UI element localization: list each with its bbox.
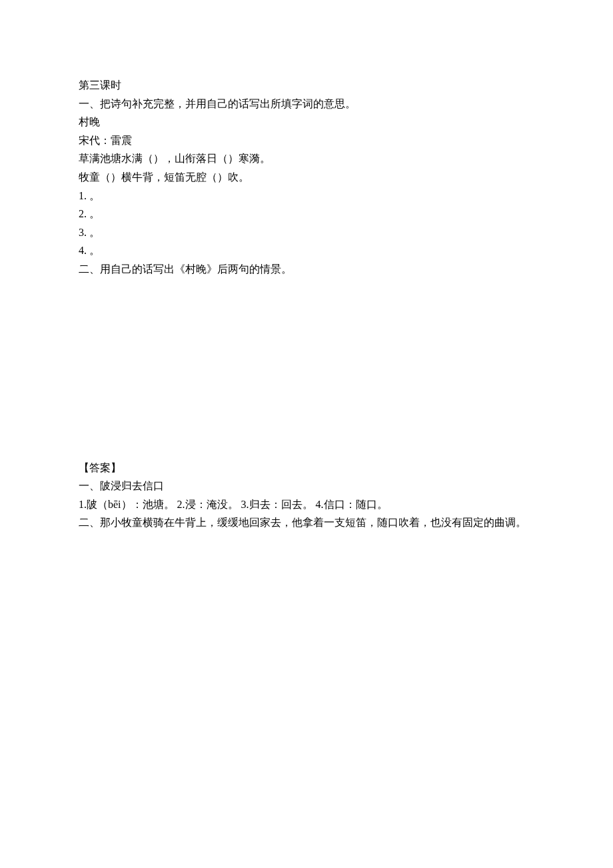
q1-item-1: 1. 。: [79, 187, 534, 205]
question-1-intro: 一、把诗句补充完整，并用自己的话写出所填字词的意思。: [79, 95, 534, 113]
answer-q1-main: 一、陂浸归去信口: [79, 477, 534, 495]
blank-space: [79, 279, 534, 459]
question-2-intro: 二、用自己的话写出《村晚》后两句的情景。: [79, 261, 534, 278]
answer-q1-detail: 1.陂（bēi）：池塘。 2.浸：淹没。 3.归去：回去。 4.信口：随口。: [79, 496, 534, 513]
q1-item-2: 2. 。: [79, 205, 534, 223]
answer-label: 【答案】: [79, 459, 534, 477]
poem-line-2: 牧童（）横牛背，短笛无腔（）吹。: [79, 169, 534, 186]
q1-item-3: 3. 。: [79, 224, 534, 241]
q1-item-4: 4. 。: [79, 242, 534, 259]
poem-title: 村晚: [79, 113, 534, 131]
lesson-heading: 第三课时: [79, 77, 534, 94]
poem-line-1: 草满池塘水满（），山衔落日（）寒漪。: [79, 150, 534, 167]
poem-author: 宋代：雷震: [79, 132, 534, 149]
answer-q2: 二、那小牧童横骑在牛背上，缓缓地回家去，他拿着一支短笛，随口吹着，也没有固定的曲…: [79, 514, 534, 531]
